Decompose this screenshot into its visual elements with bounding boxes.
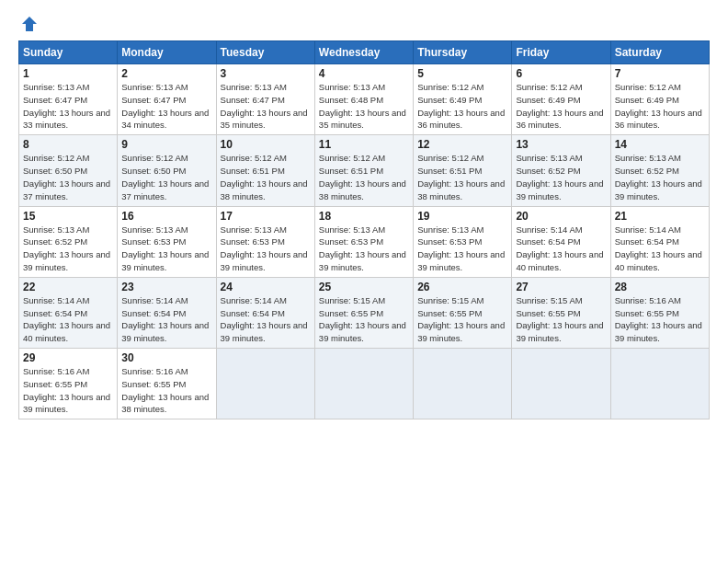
day-detail: Sunrise: 5:12 AMSunset: 6:51 PMDaylight:… xyxy=(417,153,505,201)
day-detail: Sunrise: 5:15 AMSunset: 6:55 PMDaylight:… xyxy=(319,295,406,343)
calendar-day-11: 11Sunrise: 5:12 AMSunset: 6:51 PMDayligh… xyxy=(314,135,413,206)
svg-marker-0 xyxy=(22,17,37,31)
day-detail: Sunrise: 5:13 AMSunset: 6:47 PMDaylight:… xyxy=(221,82,308,130)
calendar-week-1: 1Sunrise: 5:13 AMSunset: 6:47 PMDaylight… xyxy=(19,64,710,135)
day-num: 26 xyxy=(417,281,507,293)
day-detail: Sunrise: 5:12 AMSunset: 6:50 PMDaylight:… xyxy=(121,153,209,201)
logo-icon xyxy=(20,15,39,33)
day-detail: Sunrise: 5:14 AMSunset: 6:54 PMDaylight:… xyxy=(516,224,603,272)
day-num: 20 xyxy=(516,210,606,223)
day-num: 13 xyxy=(516,138,606,151)
day-detail: Sunrise: 5:13 AMSunset: 6:52 PMDaylight:… xyxy=(615,153,702,201)
day-detail: Sunrise: 5:12 AMSunset: 6:49 PMDaylight:… xyxy=(417,82,505,130)
day-detail: Sunrise: 5:13 AMSunset: 6:47 PMDaylight:… xyxy=(23,82,110,130)
calendar-day-18: 18Sunrise: 5:13 AMSunset: 6:53 PMDayligh… xyxy=(314,206,413,277)
logo xyxy=(18,15,39,33)
calendar-day-9: 9Sunrise: 5:12 AMSunset: 6:50 PMDaylight… xyxy=(118,135,216,206)
day-detail: Sunrise: 5:16 AMSunset: 6:55 PMDaylight:… xyxy=(121,366,209,414)
day-num: 14 xyxy=(615,138,705,151)
day-num: 19 xyxy=(417,210,507,223)
page: SundayMondayTuesdayWednesdayThursdayFrid… xyxy=(0,0,728,563)
day-header-monday: Monday xyxy=(118,41,216,64)
day-num: 21 xyxy=(615,210,705,223)
day-detail: Sunrise: 5:12 AMSunset: 6:51 PMDaylight:… xyxy=(221,153,308,201)
day-num: 25 xyxy=(319,281,409,293)
day-num: 18 xyxy=(319,210,409,223)
calendar-day-4: 4Sunrise: 5:13 AMSunset: 6:48 PMDaylight… xyxy=(314,64,413,135)
calendar-day-7: 7Sunrise: 5:12 AMSunset: 6:49 PMDaylight… xyxy=(610,64,709,135)
day-detail: Sunrise: 5:13 AMSunset: 6:53 PMDaylight:… xyxy=(319,224,406,272)
day-detail: Sunrise: 5:14 AMSunset: 6:54 PMDaylight:… xyxy=(23,295,110,343)
calendar-day-30: 30Sunrise: 5:16 AMSunset: 6:55 PMDayligh… xyxy=(118,349,216,419)
calendar-empty-cell xyxy=(610,349,709,419)
calendar-day-13: 13Sunrise: 5:13 AMSunset: 6:52 PMDayligh… xyxy=(512,135,610,206)
calendar-empty-cell xyxy=(216,349,314,419)
day-detail: Sunrise: 5:15 AMSunset: 6:55 PMDaylight:… xyxy=(516,295,603,343)
calendar-day-17: 17Sunrise: 5:13 AMSunset: 6:53 PMDayligh… xyxy=(216,206,314,277)
day-num: 17 xyxy=(221,210,311,223)
calendar-day-8: 8Sunrise: 5:12 AMSunset: 6:50 PMDaylight… xyxy=(19,135,118,206)
day-num: 7 xyxy=(615,67,705,80)
day-num: 22 xyxy=(23,281,113,293)
calendar: SundayMondayTuesdayWednesdayThursdayFrid… xyxy=(18,40,710,419)
header xyxy=(18,15,710,33)
calendar-empty-cell xyxy=(314,349,413,419)
calendar-day-12: 12Sunrise: 5:12 AMSunset: 6:51 PMDayligh… xyxy=(414,135,512,206)
day-detail: Sunrise: 5:15 AMSunset: 6:55 PMDaylight:… xyxy=(417,295,505,343)
calendar-day-21: 21Sunrise: 5:14 AMSunset: 6:54 PMDayligh… xyxy=(610,206,709,277)
calendar-day-19: 19Sunrise: 5:13 AMSunset: 6:53 PMDayligh… xyxy=(414,206,512,277)
day-num: 2 xyxy=(121,67,211,80)
calendar-day-10: 10Sunrise: 5:12 AMSunset: 6:51 PMDayligh… xyxy=(216,135,314,206)
calendar-empty-cell xyxy=(414,349,512,419)
day-num: 10 xyxy=(221,138,311,151)
day-detail: Sunrise: 5:12 AMSunset: 6:49 PMDaylight:… xyxy=(516,82,603,130)
calendar-week-2: 8Sunrise: 5:12 AMSunset: 6:50 PMDaylight… xyxy=(19,135,710,206)
day-header-wednesday: Wednesday xyxy=(314,41,413,64)
calendar-day-16: 16Sunrise: 5:13 AMSunset: 6:53 PMDayligh… xyxy=(118,206,216,277)
calendar-body: 1Sunrise: 5:13 AMSunset: 6:47 PMDaylight… xyxy=(19,64,710,419)
day-detail: Sunrise: 5:16 AMSunset: 6:55 PMDaylight:… xyxy=(23,366,110,414)
day-num: 27 xyxy=(516,281,606,293)
day-num: 6 xyxy=(516,67,606,80)
day-detail: Sunrise: 5:13 AMSunset: 6:53 PMDaylight:… xyxy=(221,224,308,272)
calendar-day-24: 24Sunrise: 5:14 AMSunset: 6:54 PMDayligh… xyxy=(216,277,314,348)
day-num: 9 xyxy=(121,138,211,151)
calendar-day-15: 15Sunrise: 5:13 AMSunset: 6:52 PMDayligh… xyxy=(19,206,118,277)
day-detail: Sunrise: 5:14 AMSunset: 6:54 PMDaylight:… xyxy=(615,224,702,272)
day-detail: Sunrise: 5:12 AMSunset: 6:49 PMDaylight:… xyxy=(615,82,702,130)
day-num: 16 xyxy=(121,210,211,223)
day-num: 4 xyxy=(319,67,409,80)
calendar-day-26: 26Sunrise: 5:15 AMSunset: 6:55 PMDayligh… xyxy=(414,277,512,348)
day-detail: Sunrise: 5:12 AMSunset: 6:50 PMDaylight:… xyxy=(23,153,110,201)
calendar-day-25: 25Sunrise: 5:15 AMSunset: 6:55 PMDayligh… xyxy=(314,277,413,348)
calendar-day-14: 14Sunrise: 5:13 AMSunset: 6:52 PMDayligh… xyxy=(610,135,709,206)
day-detail: Sunrise: 5:13 AMSunset: 6:53 PMDaylight:… xyxy=(121,224,209,272)
calendar-week-5: 29Sunrise: 5:16 AMSunset: 6:55 PMDayligh… xyxy=(19,349,710,419)
calendar-header-row: SundayMondayTuesdayWednesdayThursdayFrid… xyxy=(19,41,710,64)
calendar-day-2: 2Sunrise: 5:13 AMSunset: 6:47 PMDaylight… xyxy=(118,64,216,135)
day-header-saturday: Saturday xyxy=(610,41,709,64)
calendar-day-20: 20Sunrise: 5:14 AMSunset: 6:54 PMDayligh… xyxy=(512,206,610,277)
day-header-tuesday: Tuesday xyxy=(216,41,314,64)
day-header-thursday: Thursday xyxy=(414,41,512,64)
calendar-day-29: 29Sunrise: 5:16 AMSunset: 6:55 PMDayligh… xyxy=(19,349,118,419)
day-num: 28 xyxy=(615,281,705,293)
day-detail: Sunrise: 5:14 AMSunset: 6:54 PMDaylight:… xyxy=(221,295,308,343)
calendar-day-3: 3Sunrise: 5:13 AMSunset: 6:47 PMDaylight… xyxy=(216,64,314,135)
day-num: 24 xyxy=(221,281,311,293)
day-header-friday: Friday xyxy=(512,41,610,64)
day-num: 1 xyxy=(23,67,113,80)
day-detail: Sunrise: 5:13 AMSunset: 6:52 PMDaylight:… xyxy=(23,224,110,272)
calendar-day-23: 23Sunrise: 5:14 AMSunset: 6:54 PMDayligh… xyxy=(118,277,216,348)
day-num: 5 xyxy=(417,67,507,80)
day-detail: Sunrise: 5:13 AMSunset: 6:48 PMDaylight:… xyxy=(319,82,406,130)
calendar-day-1: 1Sunrise: 5:13 AMSunset: 6:47 PMDaylight… xyxy=(19,64,118,135)
day-num: 23 xyxy=(121,281,211,293)
day-num: 30 xyxy=(121,351,211,364)
day-detail: Sunrise: 5:13 AMSunset: 6:52 PMDaylight:… xyxy=(516,153,603,201)
day-header-sunday: Sunday xyxy=(19,41,118,64)
day-detail: Sunrise: 5:14 AMSunset: 6:54 PMDaylight:… xyxy=(121,295,209,343)
calendar-day-6: 6Sunrise: 5:12 AMSunset: 6:49 PMDaylight… xyxy=(512,64,610,135)
calendar-day-5: 5Sunrise: 5:12 AMSunset: 6:49 PMDaylight… xyxy=(414,64,512,135)
calendar-empty-cell xyxy=(512,349,610,419)
